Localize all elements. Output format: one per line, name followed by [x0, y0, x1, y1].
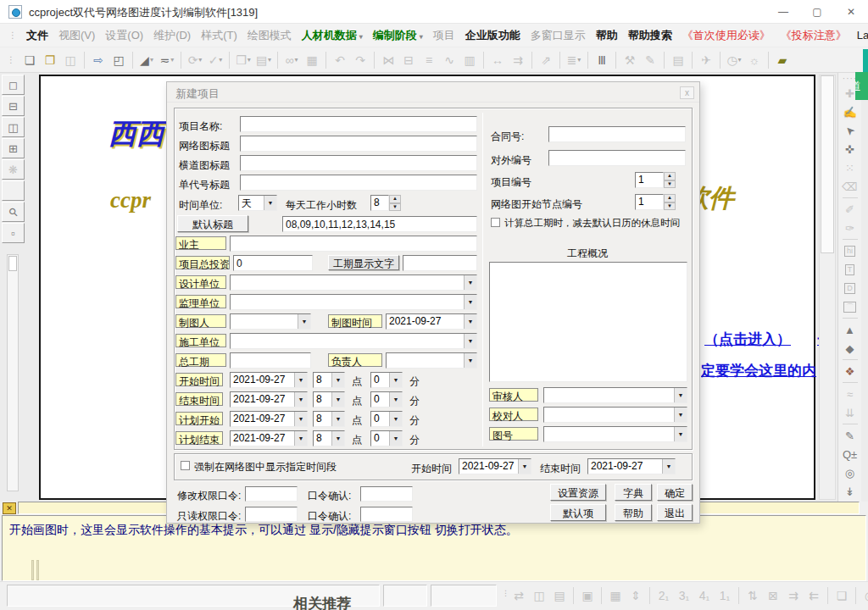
checkbox-icon[interactable]	[181, 461, 190, 470]
grid-insert-icon[interactable]: ⇊	[840, 403, 860, 422]
duration-text-button[interactable]: 工期显示文字	[328, 255, 399, 270]
checkbox-icon[interactable]	[491, 218, 500, 227]
free-draw-icon[interactable]: ✍	[840, 103, 860, 121]
replace-icon[interactable]: ▦	[302, 51, 322, 69]
level-4-icon[interactable]: 4₁	[694, 585, 715, 606]
chevron-down-icon[interactable]: ▾	[150, 56, 153, 64]
drafter-combo[interactable]: ▼	[230, 313, 311, 330]
left-scrollbar[interactable]	[7, 254, 19, 491]
end-hour-combo[interactable]: 8▼	[313, 391, 345, 408]
swap-link-icon[interactable]: ⇄	[509, 585, 529, 606]
target-icon[interactable]: ◎	[860, 585, 868, 606]
chevron-down-icon[interactable]: ▾	[198, 56, 202, 64]
project-case-icon[interactable]: ▰	[772, 51, 793, 69]
chevron-down-icon[interactable]: ▼	[294, 412, 307, 426]
chevron-down-icon[interactable]: ▼	[264, 196, 276, 210]
chevron-down-icon[interactable]: ▼	[331, 373, 344, 387]
chevron-down-icon[interactable]: ▼	[331, 412, 344, 426]
menu-item[interactable]: 项目	[428, 28, 460, 43]
menu-item[interactable]: 《首次使用必读》	[677, 28, 776, 43]
shift-left-icon[interactable]: ⇇	[804, 585, 824, 606]
align-icon[interactable]: ≣▾	[564, 51, 584, 69]
data-box-icon[interactable]: D	[840, 279, 860, 297]
network-title-input[interactable]	[240, 136, 477, 152]
undo-icon[interactable]: ↶	[330, 51, 350, 69]
redo-icon[interactable]: ↷	[350, 51, 370, 69]
find-icon[interactable]: ∞▾	[281, 51, 302, 69]
overview-textarea[interactable]	[489, 262, 687, 382]
chevron-down-icon[interactable]: ▼	[674, 388, 687, 402]
chevron-down-icon[interactable]: ▼	[464, 353, 476, 368]
paste-icon[interactable]: ▤▾	[253, 51, 274, 69]
project-no-spinner[interactable]: 1 ▲▼	[635, 172, 676, 188]
notebook-icon[interactable]: ▤	[668, 51, 688, 69]
plane-icon[interactable]: ✈	[696, 51, 716, 69]
chevron-down-icon[interactable]: ▼	[294, 392, 307, 407]
menu-item[interactable]: 《投标注意》	[776, 28, 852, 43]
spin-up-icon[interactable]: ▲	[389, 195, 401, 203]
timer-icon[interactable]: ◷▾	[724, 51, 744, 69]
check-task-icon[interactable]: ✓▾	[205, 51, 225, 69]
canvas-link-learn[interactable]: 定要学会这里的内	[701, 361, 836, 380]
print-icon[interactable]: ▣	[577, 585, 598, 606]
canvas-vertical-scrollbar[interactable]	[819, 75, 836, 500]
chevron-down-icon[interactable]: ▼	[464, 314, 476, 329]
pan-view-icon[interactable]: ◎	[840, 463, 860, 482]
node-sequence-icon[interactable]: ⁙	[840, 158, 860, 177]
menu-item[interactable]: 绘图模式	[242, 28, 297, 43]
expand-width-icon[interactable]: ↔	[487, 51, 508, 69]
fullscreen-icon[interactable]: ❏	[832, 585, 852, 606]
ok-button[interactable]: 确定	[657, 484, 693, 501]
menu-item[interactable]: 多窗口显示	[526, 28, 591, 43]
project-name-input[interactable]	[240, 116, 477, 132]
start-date-combo[interactable]: 2021-09-27▼	[230, 372, 308, 388]
resource-man-icon[interactable]: ⚒	[620, 51, 640, 69]
page-height-icon[interactable]: ⇕	[626, 585, 646, 606]
chevron-down-icon[interactable]: ▾	[738, 56, 742, 64]
node-tool-icon[interactable]: ⋈	[378, 51, 398, 69]
wave-line-icon[interactable]: ≈	[840, 385, 860, 403]
add-column-icon[interactable]: ⇉	[508, 51, 528, 69]
help-button[interactable]: 帮助	[615, 504, 652, 521]
task-list-icon[interactable]: ▤	[549, 585, 570, 606]
layer-tool-icon[interactable]: ≡	[419, 51, 439, 69]
menu-item[interactable]: 帮助	[591, 28, 623, 43]
curve-tool-icon[interactable]: ∿	[439, 51, 459, 69]
window-single-icon[interactable]: ◻	[2, 75, 25, 95]
chevron-down-icon[interactable]: ▼	[389, 431, 402, 446]
chevron-down-icon[interactable]: ▼	[662, 459, 675, 474]
duration-text-input[interactable]	[403, 255, 477, 271]
calendar-icon[interactable]: ▦	[605, 585, 626, 606]
open-folder-icon[interactable]: ❐	[40, 51, 60, 69]
leader-combo[interactable]: ▼	[386, 352, 477, 369]
dictionary-button[interactable]: 字典	[615, 484, 652, 501]
column-list-icon[interactable]: ◫	[529, 585, 549, 606]
minimize-button[interactable]: —	[766, 0, 800, 24]
menu-item[interactable]: 文件	[21, 28, 53, 43]
owner-input[interactable]	[230, 236, 477, 252]
chevron-down-icon[interactable]: ▾	[170, 56, 174, 64]
builder-unit-combo[interactable]: ▼	[230, 333, 477, 349]
window-quad-icon[interactable]: ⊞	[2, 138, 25, 158]
modify-password-confirm-input[interactable]	[360, 486, 413, 502]
import-up-icon[interactable]: ▲	[840, 320, 860, 339]
brush-set-icon[interactable]: ✑	[840, 219, 860, 237]
fit-height-icon[interactable]: ⇅	[743, 585, 763, 606]
plan-end-date-combo[interactable]: 2021-09-27▼	[230, 430, 308, 446]
defaults-button[interactable]: 默认项	[550, 504, 606, 521]
chevron-down-icon[interactable]: ▼	[331, 392, 344, 407]
scrollbar-thumb[interactable]	[8, 256, 17, 271]
level-1-icon[interactable]: 1₁	[715, 585, 735, 606]
dialog-close-icon[interactable]: x	[680, 86, 694, 99]
menu-item[interactable]: 编制阶段▾	[368, 28, 428, 43]
start-node-spinner[interactable]: 1 ▲▼	[635, 194, 676, 210]
default-title-input[interactable]	[282, 216, 477, 232]
hint-box-icon[interactable]: hi	[840, 241, 860, 260]
text-box-icon[interactable]: T	[840, 260, 860, 279]
plan-start-date-combo[interactable]: 2021-09-27▼	[230, 411, 308, 427]
chevron-down-icon[interactable]: ▾	[577, 56, 581, 64]
chevron-down-icon[interactable]: ▼	[518, 459, 531, 474]
new-file-icon[interactable]: ❏	[19, 51, 40, 69]
close-button[interactable]: ✕	[834, 0, 868, 24]
mini-window-icon[interactable]: ▫	[2, 223, 25, 243]
